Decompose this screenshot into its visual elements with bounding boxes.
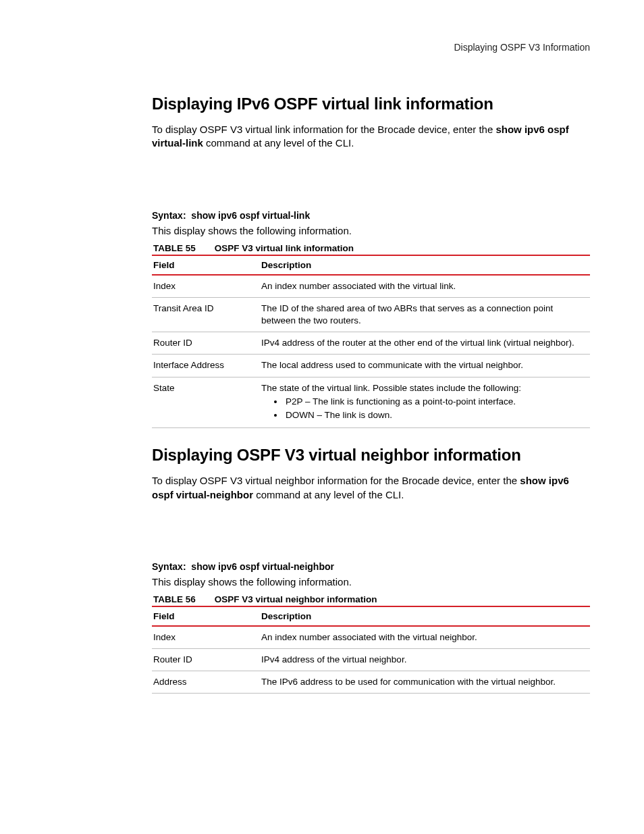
section2-intro-post: command at any level of the CLI.: [253, 489, 404, 500]
state-lead: The state of the virtual link. Possible …: [261, 383, 521, 393]
cell-field: Index: [152, 626, 260, 649]
state-bullet: DOWN – The link is down.: [284, 409, 586, 421]
spacer: [152, 509, 590, 561]
syntax-label: Syntax:: [152, 561, 186, 572]
syntax-command: show ipv6 ospf virtual-neighbor: [191, 561, 334, 572]
syntax-label: Syntax:: [152, 210, 186, 221]
cell-desc: The ID of the shared area of two ABRs th…: [260, 297, 590, 332]
table-row: State The state of the virtual link. Pos…: [152, 377, 590, 428]
cell-field: Transit Area ID: [152, 297, 260, 332]
section1-display-lead: This display shows the following informa…: [152, 225, 590, 236]
section1-intro-pre: To display OSPF V3 virtual link informat…: [152, 124, 495, 135]
cell-desc: IPv4 address of the router at the other …: [260, 332, 590, 355]
table56-head-desc: Description: [260, 606, 590, 626]
syntax-command: show ipv6 ospf virtual-link: [191, 210, 310, 221]
section1-syntax: Syntax: show ipv6 ospf virtual-link: [152, 210, 590, 221]
cell-field: Router ID: [152, 332, 260, 355]
table56-caption: TABLE 56OSPF V3 virtual neighbor informa…: [153, 594, 590, 604]
table-row: Router ID IPv4 address of the virtual ne…: [152, 648, 590, 671]
table-row: Interface Address The local address used…: [152, 355, 590, 377]
state-bullets: P2P – The link is functioning as a point…: [261, 396, 586, 421]
table-row: Transit Area ID The ID of the shared are…: [152, 297, 590, 332]
state-bullet: P2P – The link is functioning as a point…: [284, 396, 586, 408]
cell-desc: IPv4 address of the virtual neighbor.: [260, 648, 590, 671]
table55-label: TABLE 55: [153, 243, 196, 253]
running-header: Displaying OSPF V3 Information: [152, 42, 590, 53]
table56-label: TABLE 56: [153, 594, 196, 604]
section2-display-lead: This display shows the following informa…: [152, 576, 590, 588]
table-row: Index An index number associated with th…: [152, 275, 590, 298]
table55-head-desc: Description: [260, 255, 590, 275]
section2-intro-pre: To display OSPF V3 virtual neighbor info…: [152, 475, 520, 486]
cell-field: Index: [152, 275, 260, 298]
cell-desc: An index number associated with the virt…: [260, 626, 590, 649]
spacer: [152, 157, 590, 210]
cell-desc: The state of the virtual link. Possible …: [260, 377, 590, 428]
table-row: Address The IPv6 address to be used for …: [152, 671, 590, 694]
table55: Field Description Index An index number …: [152, 255, 590, 429]
cell-desc: An index number associated with the virt…: [260, 275, 590, 298]
section1-intro: To display OSPF V3 virtual link informat…: [152, 123, 590, 151]
table55-caption: TABLE 55OSPF V3 virtual link information: [153, 243, 590, 253]
section1-intro-post: command at any level of the CLI.: [203, 137, 354, 149]
cell-desc: The local address used to communicate wi…: [260, 355, 590, 377]
cell-desc: The IPv6 address to be used for communic…: [260, 671, 590, 694]
section2-heading: Displaying OSPF V3 virtual neighbor info…: [152, 446, 590, 465]
cell-field: Interface Address: [152, 355, 260, 377]
section2-syntax: Syntax: show ipv6 ospf virtual-neighbor: [152, 561, 590, 572]
section1-heading: Displaying IPv6 OSPF virtual link inform…: [152, 95, 590, 113]
cell-field: Address: [152, 671, 260, 694]
table55-head-field: Field: [152, 255, 260, 275]
table56-title: OSPF V3 virtual neighbor information: [215, 594, 377, 604]
table56-head-field: Field: [152, 606, 260, 626]
table56: Field Description Index An index number …: [152, 606, 590, 694]
table55-title: OSPF V3 virtual link information: [215, 243, 354, 253]
cell-field: Router ID: [152, 648, 260, 671]
table-row: Index An index number associated with th…: [152, 626, 590, 649]
table-row: Router ID IPv4 address of the router at …: [152, 332, 590, 355]
cell-field: State: [152, 377, 260, 428]
page: Displaying OSPF V3 Information Displayin…: [0, 0, 644, 834]
section2-intro: To display OSPF V3 virtual neighbor info…: [152, 474, 590, 502]
